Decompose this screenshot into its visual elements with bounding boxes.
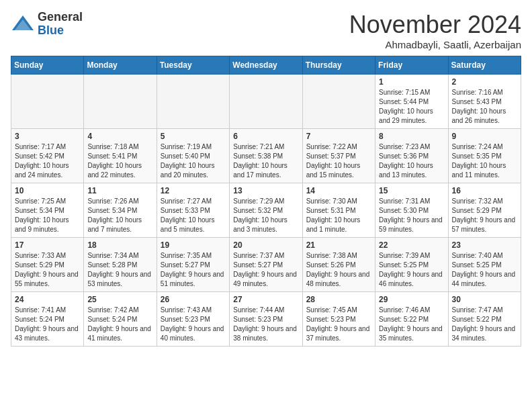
week-row-4: 24Sunrise: 7:41 AM Sunset: 5:24 PM Dayli… bbox=[11, 292, 521, 347]
day-number: 8 bbox=[379, 132, 444, 141]
day-info: Sunrise: 7:35 AM Sunset: 5:27 PM Dayligh… bbox=[161, 251, 226, 289]
day-info: Sunrise: 7:38 AM Sunset: 5:26 PM Dayligh… bbox=[306, 251, 371, 289]
day-cell bbox=[157, 75, 229, 129]
day-cell: 24Sunrise: 7:41 AM Sunset: 5:24 PM Dayli… bbox=[11, 292, 84, 347]
day-cell: 29Sunrise: 7:46 AM Sunset: 5:22 PM Dayli… bbox=[375, 292, 448, 347]
day-cell: 14Sunrise: 7:30 AM Sunset: 5:31 PM Dayli… bbox=[302, 183, 375, 238]
week-row-1: 3Sunrise: 7:17 AM Sunset: 5:42 PM Daylig… bbox=[11, 129, 521, 183]
day-number: 3 bbox=[15, 132, 80, 141]
day-cell: 8Sunrise: 7:23 AM Sunset: 5:36 PM Daylig… bbox=[375, 129, 448, 183]
day-info: Sunrise: 7:30 AM Sunset: 5:31 PM Dayligh… bbox=[306, 197, 371, 234]
logo: General Blue bbox=[11, 11, 83, 38]
day-number: 12 bbox=[161, 186, 226, 195]
day-number: 4 bbox=[87, 132, 152, 141]
day-info: Sunrise: 7:16 AM Sunset: 5:43 PM Dayligh… bbox=[452, 88, 517, 126]
title-block: November 2024 Ahmadbayli, Saatli, Azerba… bbox=[349, 11, 521, 50]
day-info: Sunrise: 7:42 AM Sunset: 5:24 PM Dayligh… bbox=[87, 306, 152, 343]
day-cell: 2Sunrise: 7:16 AM Sunset: 5:43 PM Daylig… bbox=[448, 75, 521, 129]
day-number: 19 bbox=[161, 240, 226, 250]
day-cell: 19Sunrise: 7:35 AM Sunset: 5:27 PM Dayli… bbox=[157, 238, 229, 292]
day-info: Sunrise: 7:43 AM Sunset: 5:23 PM Dayligh… bbox=[161, 306, 226, 343]
week-row-3: 17Sunrise: 7:33 AM Sunset: 5:29 PM Dayli… bbox=[11, 238, 521, 292]
day-number: 22 bbox=[379, 240, 444, 250]
col-header-thursday: Thursday bbox=[302, 56, 375, 75]
day-info: Sunrise: 7:45 AM Sunset: 5:23 PM Dayligh… bbox=[306, 306, 371, 343]
day-number: 21 bbox=[306, 240, 371, 250]
day-info: Sunrise: 7:27 AM Sunset: 5:33 PM Dayligh… bbox=[161, 197, 226, 234]
day-number: 18 bbox=[87, 240, 152, 250]
day-number: 20 bbox=[233, 240, 298, 250]
day-info: Sunrise: 7:47 AM Sunset: 5:22 PM Dayligh… bbox=[452, 306, 517, 343]
day-cell: 28Sunrise: 7:45 AM Sunset: 5:23 PM Dayli… bbox=[302, 292, 375, 347]
day-info: Sunrise: 7:46 AM Sunset: 5:22 PM Dayligh… bbox=[379, 306, 444, 343]
col-header-sunday: Sunday bbox=[11, 56, 84, 75]
month-title: November 2024 bbox=[349, 11, 521, 39]
day-info: Sunrise: 7:41 AM Sunset: 5:24 PM Dayligh… bbox=[15, 306, 80, 343]
day-number: 16 bbox=[452, 186, 517, 195]
day-number: 6 bbox=[233, 132, 298, 141]
col-header-wednesday: Wednesday bbox=[230, 56, 302, 75]
day-info: Sunrise: 7:17 AM Sunset: 5:42 PM Dayligh… bbox=[15, 142, 80, 180]
day-cell: 9Sunrise: 7:24 AM Sunset: 5:35 PM Daylig… bbox=[448, 129, 521, 183]
day-number: 2 bbox=[452, 77, 517, 87]
day-info: Sunrise: 7:23 AM Sunset: 5:36 PM Dayligh… bbox=[379, 142, 444, 180]
calendar-body: 1Sunrise: 7:15 AM Sunset: 5:44 PM Daylig… bbox=[11, 75, 521, 347]
day-number: 24 bbox=[15, 295, 80, 304]
day-info: Sunrise: 7:37 AM Sunset: 5:27 PM Dayligh… bbox=[233, 251, 298, 289]
day-info: Sunrise: 7:40 AM Sunset: 5:25 PM Dayligh… bbox=[452, 251, 517, 289]
day-cell: 15Sunrise: 7:31 AM Sunset: 5:30 PM Dayli… bbox=[375, 183, 448, 238]
day-cell: 18Sunrise: 7:34 AM Sunset: 5:28 PM Dayli… bbox=[84, 238, 157, 292]
day-cell: 20Sunrise: 7:37 AM Sunset: 5:27 PM Dayli… bbox=[230, 238, 302, 292]
logo-blue: Blue bbox=[38, 24, 83, 38]
calendar-header-row: SundayMondayTuesdayWednesdayThursdayFrid… bbox=[11, 56, 521, 75]
day-cell bbox=[302, 75, 375, 129]
day-number: 30 bbox=[452, 295, 517, 304]
day-cell: 22Sunrise: 7:39 AM Sunset: 5:25 PM Dayli… bbox=[375, 238, 448, 292]
location: Ahmadbayli, Saatli, Azerbaijan bbox=[349, 39, 521, 50]
day-cell: 7Sunrise: 7:22 AM Sunset: 5:37 PM Daylig… bbox=[302, 129, 375, 183]
day-cell: 10Sunrise: 7:25 AM Sunset: 5:34 PM Dayli… bbox=[11, 183, 84, 238]
day-info: Sunrise: 7:44 AM Sunset: 5:23 PM Dayligh… bbox=[233, 306, 298, 343]
day-info: Sunrise: 7:34 AM Sunset: 5:28 PM Dayligh… bbox=[87, 251, 152, 289]
day-cell: 3Sunrise: 7:17 AM Sunset: 5:42 PM Daylig… bbox=[11, 129, 84, 183]
day-info: Sunrise: 7:31 AM Sunset: 5:30 PM Dayligh… bbox=[379, 197, 444, 234]
day-info: Sunrise: 7:18 AM Sunset: 5:41 PM Dayligh… bbox=[87, 142, 152, 180]
day-cell: 4Sunrise: 7:18 AM Sunset: 5:41 PM Daylig… bbox=[84, 129, 157, 183]
day-number: 11 bbox=[87, 186, 152, 195]
day-cell: 13Sunrise: 7:29 AM Sunset: 5:32 PM Dayli… bbox=[230, 183, 302, 238]
day-info: Sunrise: 7:22 AM Sunset: 5:37 PM Dayligh… bbox=[306, 142, 371, 180]
day-info: Sunrise: 7:15 AM Sunset: 5:44 PM Dayligh… bbox=[379, 88, 444, 126]
day-cell: 17Sunrise: 7:33 AM Sunset: 5:29 PM Dayli… bbox=[11, 238, 84, 292]
day-cell bbox=[11, 75, 84, 129]
day-cell: 21Sunrise: 7:38 AM Sunset: 5:26 PM Dayli… bbox=[302, 238, 375, 292]
day-cell: 6Sunrise: 7:21 AM Sunset: 5:38 PM Daylig… bbox=[230, 129, 302, 183]
day-cell: 26Sunrise: 7:43 AM Sunset: 5:23 PM Dayli… bbox=[157, 292, 229, 347]
day-number: 15 bbox=[379, 186, 444, 195]
day-cell: 30Sunrise: 7:47 AM Sunset: 5:22 PM Dayli… bbox=[448, 292, 521, 347]
day-number: 14 bbox=[306, 186, 371, 195]
day-info: Sunrise: 7:24 AM Sunset: 5:35 PM Dayligh… bbox=[452, 142, 517, 180]
day-number: 5 bbox=[161, 132, 226, 141]
day-cell bbox=[230, 75, 302, 129]
day-number: 23 bbox=[452, 240, 517, 250]
day-cell: 16Sunrise: 7:32 AM Sunset: 5:29 PM Dayli… bbox=[448, 183, 521, 238]
day-info: Sunrise: 7:21 AM Sunset: 5:38 PM Dayligh… bbox=[233, 142, 298, 180]
day-info: Sunrise: 7:39 AM Sunset: 5:25 PM Dayligh… bbox=[379, 251, 444, 289]
day-info: Sunrise: 7:32 AM Sunset: 5:29 PM Dayligh… bbox=[452, 197, 517, 234]
logo-icon bbox=[11, 14, 35, 34]
day-cell: 5Sunrise: 7:19 AM Sunset: 5:40 PM Daylig… bbox=[157, 129, 229, 183]
day-number: 27 bbox=[233, 295, 298, 304]
day-info: Sunrise: 7:19 AM Sunset: 5:40 PM Dayligh… bbox=[161, 142, 226, 180]
day-cell: 23Sunrise: 7:40 AM Sunset: 5:25 PM Dayli… bbox=[448, 238, 521, 292]
col-header-tuesday: Tuesday bbox=[157, 56, 229, 75]
day-cell: 11Sunrise: 7:26 AM Sunset: 5:34 PM Dayli… bbox=[84, 183, 157, 238]
week-row-2: 10Sunrise: 7:25 AM Sunset: 5:34 PM Dayli… bbox=[11, 183, 521, 238]
page-header: General Blue November 2024 Ahmadbayli, S… bbox=[11, 11, 521, 50]
day-number: 1 bbox=[379, 77, 444, 87]
day-number: 25 bbox=[87, 295, 152, 304]
day-info: Sunrise: 7:25 AM Sunset: 5:34 PM Dayligh… bbox=[15, 197, 80, 234]
day-cell: 25Sunrise: 7:42 AM Sunset: 5:24 PM Dayli… bbox=[84, 292, 157, 347]
day-info: Sunrise: 7:33 AM Sunset: 5:29 PM Dayligh… bbox=[15, 251, 80, 289]
day-number: 10 bbox=[15, 186, 80, 195]
day-cell: 12Sunrise: 7:27 AM Sunset: 5:33 PM Dayli… bbox=[157, 183, 229, 238]
